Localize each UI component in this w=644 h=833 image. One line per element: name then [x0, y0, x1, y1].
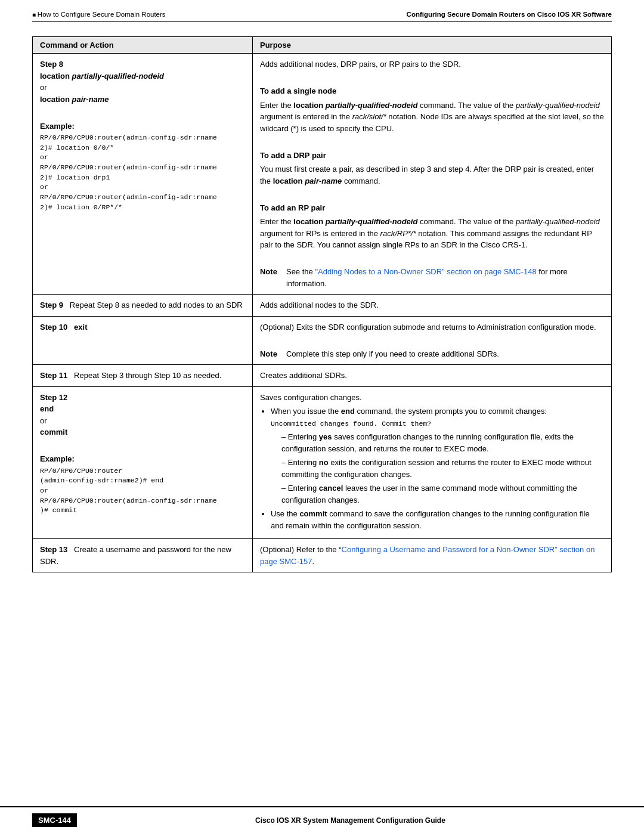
- step8-note-label: Note: [260, 266, 281, 289]
- step9-cmd-text: Repeat Step 8 as needed to add nodes to …: [70, 301, 243, 309]
- table-row: Step 11 Repeat Step 3 through Step 10 as…: [33, 365, 612, 387]
- table-row: Step 13 Create a username and password f…: [33, 539, 612, 572]
- step12-commit-cmd: commit: [40, 428, 67, 436]
- header-left: How to Configure Secure Domain Routers: [32, 11, 166, 18]
- step9-purpose: Adds additional nodes to the SDR.: [252, 295, 611, 317]
- step13-label: Step 13: [40, 545, 67, 554]
- step12-purpose-main: Saves configuration changes.: [260, 392, 604, 404]
- step10-exit-cmd: exit: [74, 323, 87, 332]
- footer-title: Cisco IOS XR System Management Configura…: [89, 816, 612, 825]
- step12-uncommitted-code: Uncommitted changes found. Commit them?: [271, 420, 431, 428]
- header-right: Configuring Secure Domain Routers on Cis…: [407, 11, 612, 18]
- step11-cmd-text: Repeat Step 3 through Step 10 as needed.: [74, 371, 221, 380]
- step13-purpose: (Optional) Refer to the “Configuring a U…: [252, 539, 611, 572]
- step12-dash3: Entering cancel leaves the user in the s…: [281, 482, 604, 506]
- col-header-purpose: Purpose: [252, 37, 611, 54]
- col-header-command: Command or Action: [33, 37, 253, 54]
- step10-purpose-text: (Optional) Exits the SDR configuration s…: [260, 321, 604, 333]
- step8-rp-text: Enter the location partially-qualified-n…: [260, 216, 604, 251]
- step8-example-code: RP/0/RP0/CPU0:router(admin-config-sdr:rn…: [40, 133, 245, 212]
- step13-purpose-link[interactable]: Configuring a Username and Password for …: [260, 545, 595, 566]
- step12-or: or: [40, 416, 47, 425]
- table-row: Step 10 exit (Optional) Exits the SDR co…: [33, 316, 612, 365]
- step12-example-code: RP/0/RP0/CPU0:router (admin-config-sdr:r…: [40, 466, 245, 516]
- step10-label: Step 10: [40, 323, 67, 332]
- step12-bullet1: When you issue the end command, the syst…: [271, 405, 604, 506]
- step8-subhead3: To add an RP pair: [260, 202, 604, 214]
- step8-note-link[interactable]: "Adding Nodes to a Non-Owner SDR" sectio…: [315, 267, 536, 276]
- step9-cmd: Step 9 Repeat Step 8 as needed to add no…: [33, 295, 253, 317]
- step11-purpose-text: Creates additional SDRs.: [260, 371, 347, 380]
- page-container: How to Configure Secure Domain Routers C…: [0, 0, 644, 833]
- step9-purpose-text: Adds additional nodes to the SDR.: [260, 301, 379, 309]
- step8-cmd-location1: location partially-qualified-nodeid: [40, 72, 164, 80]
- step10-note: Note Complete this step only if you need…: [260, 348, 604, 360]
- step8-or1: or: [40, 83, 47, 92]
- step12-dash-list: Entering yes saves configuration changes…: [281, 431, 604, 506]
- step12-bullet-list: When you issue the end command, the syst…: [271, 405, 604, 531]
- step8-note-text: See the "Adding Nodes to a Non-Owner SDR…: [286, 266, 604, 289]
- table-row: Step 9 Repeat Step 8 as needed to add no…: [33, 295, 612, 317]
- step8-label: Step 8: [40, 60, 63, 69]
- step8-example-label: Example:: [40, 120, 245, 132]
- step13-cmd: Step 13 Create a username and password f…: [33, 539, 253, 572]
- step8-cmd-location2: location pair-name: [40, 95, 109, 104]
- main-content: Command or Action Purpose Step 8 locatio…: [0, 22, 644, 620]
- step8-drp-text: You must first create a pair, as describ…: [260, 163, 604, 187]
- footer-page-number: SMC-144: [32, 813, 77, 827]
- step13-cmd-text: Create a username and password for the n…: [40, 545, 231, 566]
- step10-note-label: Note: [260, 348, 281, 360]
- procedure-table: Command or Action Purpose Step 8 locatio…: [32, 36, 612, 572]
- step8-subhead2: To add a DRP pair: [260, 150, 604, 162]
- step8-note: Note See the "Adding Nodes to a Non-Owne…: [260, 266, 604, 289]
- table-row: Step 8 location partially-qualified-node…: [33, 54, 612, 295]
- step11-purpose: Creates additional SDRs.: [252, 365, 611, 387]
- step12-end-cmd: end: [40, 404, 54, 413]
- step8-single-node-text: Enter the location partially-qualified-n…: [260, 100, 604, 135]
- step12-dash2: Entering no exits the configuration sess…: [281, 457, 604, 480]
- step9-label: Step 9: [40, 301, 63, 309]
- step8-purpose: Adds additional nodes, DRP pairs, or RP …: [252, 54, 611, 295]
- page-footer: SMC-144 Cisco IOS XR System Management C…: [0, 806, 644, 833]
- step11-label: Step 11: [40, 371, 67, 380]
- step10-cmd: Step 10 exit: [33, 316, 253, 365]
- step11-cmd: Step 11 Repeat Step 3 through Step 10 as…: [33, 365, 253, 387]
- step12-label: Step 12: [40, 393, 67, 402]
- step8-subhead1: To add a single node: [260, 85, 604, 97]
- step13-purpose-text: (Optional) Refer to the “Configuring a U…: [260, 545, 595, 566]
- step8-purpose-intro: Adds additional nodes, DRP pairs, or RP …: [260, 58, 604, 70]
- step12-purpose: Saves configuration changes. When you is…: [252, 386, 611, 539]
- step12-dash1: Entering yes saves configuration changes…: [281, 431, 604, 454]
- table-row: Step 12 end or commit Example: RP/0/RP0/…: [33, 386, 612, 539]
- step12-bullet2: Use the commit command to save the confi…: [271, 508, 604, 531]
- step10-purpose: (Optional) Exits the SDR configuration s…: [252, 316, 611, 365]
- step8-cmd: Step 8 location partially-qualified-node…: [33, 54, 253, 295]
- page-header: How to Configure Secure Domain Routers C…: [0, 0, 644, 21]
- step10-note-text: Complete this step only if you need to c…: [286, 348, 499, 360]
- step12-cmd: Step 12 end or commit Example: RP/0/RP0/…: [33, 386, 253, 539]
- step12-example-label: Example:: [40, 453, 245, 465]
